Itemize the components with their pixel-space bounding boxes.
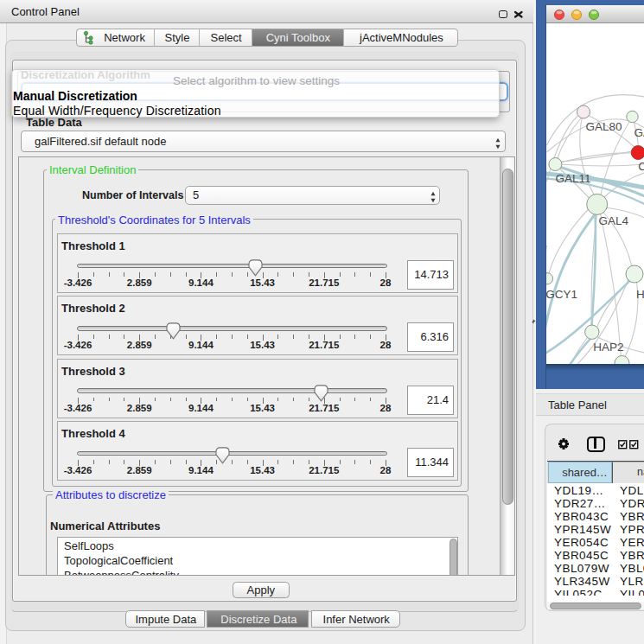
svg-text:H: H xyxy=(635,288,644,301)
svg-text:GAL80: GAL80 xyxy=(585,120,622,133)
svg-text:GA: GA xyxy=(634,126,644,139)
svg-text:GCY1: GCY1 xyxy=(546,288,577,301)
svg-text:HAP2: HAP2 xyxy=(593,341,623,354)
svg-text:GAL4: GAL4 xyxy=(598,214,628,227)
svg-text:C: C xyxy=(638,160,644,173)
svg-text:GAL11: GAL11 xyxy=(555,172,590,185)
